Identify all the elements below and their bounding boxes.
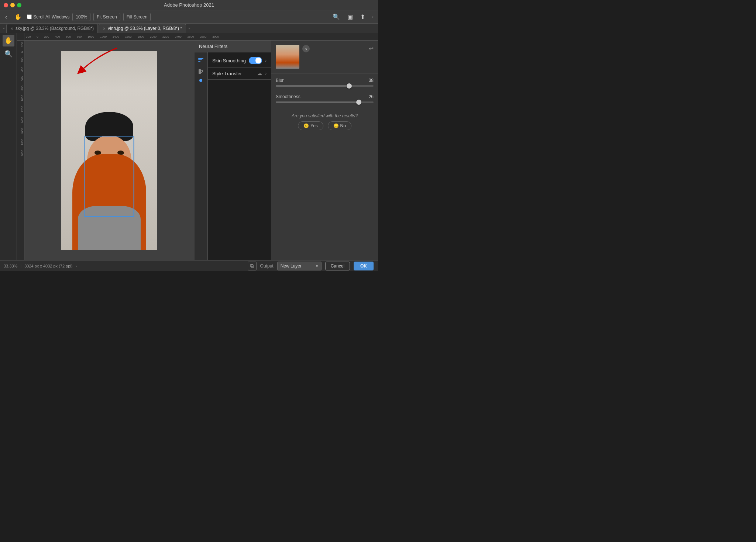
svg-rect-2 [198,59,202,60]
tab-sky-label: sky.jpg @ 33.3% (Background, RGB/8*) [16,26,94,31]
hand-tool-button[interactable]: ✋ [12,13,24,21]
minimize-button[interactable] [10,3,15,7]
move-tool-button[interactable]: ✋ [3,35,14,46]
blur-value: 38 [369,78,374,83]
vruler-mark: 400 [17,67,24,72]
status-arrow[interactable]: › [75,264,77,268]
canvas-section: 200 0 200 400 600 800 1000 1200 1400 160… [17,33,378,260]
share-icon[interactable]: ⬆ [358,13,367,21]
neural-filters-section: Neural Filters [195,41,271,260]
ruler-mark: 600 [66,35,71,38]
smoothness-control: Smoothness 26 [276,94,374,103]
satisfaction-section: Are you satisfied with the results? 🙂 Ye… [276,110,374,133]
cancel-button[interactable]: Cancel [325,262,350,270]
left-toolbar: ✋ 🔍 [0,33,17,260]
ruler-mark: 0 [37,35,38,38]
ruler-mark: 1800 [137,35,144,38]
style-transfer-chevron[interactable]: › [265,71,267,76]
blur-label: Blur [276,78,284,83]
arrange-icon[interactable]: ▣ [345,13,355,21]
more-options-icon[interactable]: » [370,14,375,20]
layout-icon-button[interactable]: ⧉ [248,262,257,270]
photo-canvas [61,51,157,250]
undo-icon[interactable]: ↩ [369,45,374,52]
back-button[interactable]: ‹ [3,13,9,21]
tabs-scroll-left[interactable]: « [1,26,6,31]
smoothness-slider-thumb[interactable] [356,100,361,105]
vruler-mark: 200 [17,42,24,47]
tab-vinh[interactable]: ✕ vinh.jpg @ 33.3% (Layer 0, RGB/8*) * [99,24,186,33]
nf-beta-icon[interactable] [196,67,205,76]
yes-button[interactable]: 🙂 Yes [298,121,323,130]
ok-button[interactable]: OK [354,262,374,270]
no-button[interactable]: 😞 No [328,121,351,130]
style-transfer-label: Style Transfer [212,71,254,76]
scroll-all-label[interactable]: Scroll All Windows [27,14,69,20]
tab-vinh-close-icon[interactable]: ✕ [103,27,106,31]
vruler-mark: 200 [17,58,24,62]
vruler-mark: 600 [17,76,24,81]
vruler-mark: 1200 [17,106,24,113]
ruler-vertical: 200 0 200 400 600 800 1000 1200 1400 160… [17,41,24,260]
bottom-bar: 33.33% | 3024 px x 4032 px (72 ppi) › ⧉ … [0,260,378,271]
ruler-mark: 2000 [150,35,157,38]
output-select[interactable]: New Layer ∨ [277,262,322,270]
ruler-corner [17,33,24,41]
nf-filter-icon[interactable] [196,55,205,64]
style-transfer-item[interactable]: Style Transfer ☁ › [208,68,271,80]
ruler-mark: 800 [77,35,82,38]
ruler-mark: 2600 [188,35,194,38]
output-label: Output [260,263,274,269]
smoothness-label: Smoothness [276,94,300,99]
skin-smoothing-chevron[interactable]: › [265,58,267,63]
nf-active-dot [199,79,202,82]
blur-slider-fill [276,85,349,87]
maximize-button[interactable] [17,3,21,7]
toggle-knob [255,58,261,63]
ruler-mark: 200 [26,35,31,38]
fill-screen-button[interactable]: Fill Screen [123,13,151,21]
cloud-download-icon[interactable]: ☁ [257,70,262,76]
tab-sky[interactable]: ✕ sky.jpg @ 33.3% (Background, RGB/8*) [6,24,98,33]
svg-rect-3 [198,61,200,62]
satisfaction-buttons: 🙂 Yes 😞 No [280,121,369,130]
ruler-mark: 400 [55,35,60,38]
vruler-mark: 1400 [17,117,24,124]
blur-slider-thumb[interactable] [347,83,352,89]
svg-rect-4 [199,69,201,74]
skin-smoothing-item[interactable]: Skin Smoothing › [208,54,271,68]
tab-vinh-label: vinh.jpg @ 33.3% (Layer 0, RGB/8*) * [108,26,182,31]
ruler-mark: 1000 [87,35,94,38]
scroll-all-checkbox[interactable] [27,14,32,19]
fit-screen-button[interactable]: Fit Screen [93,13,120,21]
ruler-mark: 2400 [175,35,182,38]
blur-control: Blur 38 [276,78,374,87]
blur-slider-track[interactable] [276,85,374,87]
ruler-mark: 200 [44,35,49,38]
tabs-scroll-right[interactable]: » [187,26,192,31]
window-controls[interactable] [4,3,21,7]
zoom-tool-button[interactable]: 🔍 [3,48,14,60]
status-bar: 33.33% | 3024 px x 4032 px (72 ppi) › [0,260,243,271]
frown-icon: 😞 [333,123,339,128]
preview-dropdown-button[interactable]: ∨ [302,45,310,52]
smoothness-label-row: Smoothness 26 [276,94,374,99]
search-icon[interactable]: 🔍 [330,13,342,21]
ruler-horizontal: 200 0 200 400 600 800 1000 1200 1400 160… [24,33,378,41]
zoom-status: 33.33% [4,264,17,268]
ruler-mark: 1400 [113,35,119,38]
canvas-wrapper [24,41,195,260]
close-button[interactable] [4,3,8,7]
canvas-area[interactable] [24,41,195,260]
ruler-mark: 1200 [100,35,107,38]
neural-filters-body: Skin Smoothing › Style Transfer ☁ › [195,52,271,260]
main-area: ✋ 🔍 200 0 200 400 600 800 1000 1200 1400… [0,33,378,260]
tab-sky-close-icon[interactable]: ✕ [10,27,13,31]
zoom-level-button[interactable]: 100% [72,13,90,21]
blur-label-row: Blur 38 [276,78,374,83]
chevron-down-icon: ∨ [316,264,318,268]
smoothness-slider-track[interactable] [276,101,374,103]
vruler-mark: 800 [17,86,24,90]
nf-filter-list: Skin Smoothing › Style Transfer ☁ › [208,52,271,260]
skin-smoothing-toggle[interactable] [249,57,262,64]
